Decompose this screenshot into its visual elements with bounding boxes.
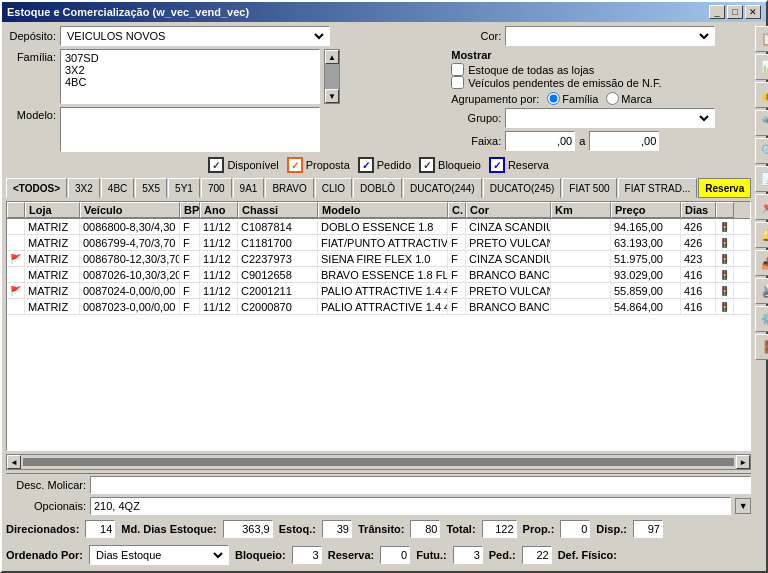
reserva-stat-label: Reserva:	[328, 549, 374, 561]
toolbar-btn-1[interactable]: 📋	[755, 26, 768, 52]
td-modelo-3: SIENA FIRE FLEX 1.0	[318, 251, 448, 266]
transito-input[interactable]	[410, 520, 440, 538]
familia-label: Família:	[6, 49, 56, 63]
th-cor: Cor	[466, 202, 551, 218]
grupo-select[interactable]	[508, 111, 712, 125]
hscroll-left-btn[interactable]: ◄	[7, 455, 21, 469]
prop-input[interactable]	[560, 520, 590, 538]
scroll-down-btn[interactable]: ▼	[325, 89, 339, 103]
faixa-from-input[interactable]	[505, 131, 575, 151]
ped-input[interactable]	[522, 546, 552, 564]
toolbar-btn-4[interactable]: 🔧	[755, 110, 768, 136]
ordenado-combo[interactable]: Dias Estoque	[89, 545, 229, 565]
td-icon2-6: 🚦	[716, 299, 734, 314]
pendentes-checkbox[interactable]	[451, 76, 464, 89]
table-row[interactable]: 🚩 MATRIZ 0087024-0,00/0,00 F 11/12 C2001…	[7, 283, 750, 299]
pedido-checkbox[interactable]: ✓	[358, 157, 374, 173]
estoque-lojas-checkbox[interactable]	[451, 63, 464, 76]
right-form: Cor: Mostrar Estoque de todas as lojas	[451, 26, 751, 152]
minimize-button[interactable]: _	[709, 5, 725, 19]
tab-700[interactable]: 700	[201, 178, 232, 198]
table-row[interactable]: MATRIZ 0087023-0,00/0,00 F 11/12 C200087…	[7, 299, 750, 315]
toolbar-btn-7[interactable]: 📌	[755, 194, 768, 220]
md-dias-input[interactable]	[223, 520, 273, 538]
tab-fiatstrad[interactable]: FIAT STRAD...	[618, 178, 698, 198]
modelo-input[interactable]	[60, 107, 320, 152]
td-bp-2: F	[180, 235, 200, 250]
vehicles-table: Loja Veículo BP Ano Chassi Modelo C. Cor…	[6, 201, 751, 451]
maximize-button[interactable]: □	[727, 5, 743, 19]
close-button[interactable]: ✕	[745, 5, 761, 19]
tab-4bc[interactable]: 4BC	[101, 178, 134, 198]
td-veiculo-3: 0086780-12,30/3,70	[80, 251, 180, 266]
cor-combo[interactable]	[505, 26, 715, 46]
ordenado-select[interactable]: Dias Estoque	[92, 548, 226, 562]
table-row[interactable]: 🚩 MATRIZ 0086780-12,30/3,70 F 11/12 C223…	[7, 251, 750, 267]
deposito-select[interactable]: VEICULOS NOVOS	[63, 29, 327, 43]
estoq-label: Estoq.:	[279, 523, 316, 535]
faixa-to-input[interactable]	[589, 131, 659, 151]
toolbar-btn-12[interactable]: 🚪	[755, 334, 768, 360]
opc-input[interactable]	[90, 497, 731, 515]
familia-listbox[interactable]: 307SD 3X2 4BC	[60, 49, 320, 104]
toolbar-btn-9[interactable]: 📤	[755, 250, 768, 276]
hscroll-right-btn[interactable]: ►	[736, 455, 750, 469]
th-icon2	[716, 202, 734, 218]
table-row[interactable]: MATRIZ 0086799-4,70/3,70 F 11/12 C118170…	[7, 235, 750, 251]
table-row[interactable]: MATRIZ 0087026-10,30/3,20 F 11/12 C90126…	[7, 267, 750, 283]
tab-reserva[interactable]: Reserva	[698, 178, 751, 198]
reserva-input[interactable]	[380, 546, 410, 564]
familia-scrollbar[interactable]: ▲ ▼	[324, 49, 340, 104]
toolbar-btn-5[interactable]: 🔍	[755, 138, 768, 164]
disponivel-checkbox[interactable]: ✓	[208, 157, 224, 173]
tab-ducato245[interactable]: DUCATO(245)	[483, 178, 562, 198]
total-input[interactable]	[482, 520, 517, 538]
hscroll-track[interactable]	[23, 458, 734, 466]
tab-doblo[interactable]: DOBLÒ	[353, 178, 402, 198]
toolbar-btn-3[interactable]: 💰	[755, 82, 768, 108]
toolbar-btn-10[interactable]: 🖨️	[755, 278, 768, 304]
disp-input[interactable]	[633, 520, 663, 538]
estoq-input[interactable]	[322, 520, 352, 538]
bloqueio-input[interactable]	[292, 546, 322, 564]
tab-clio[interactable]: CLIO	[315, 178, 352, 198]
tab-bravo[interactable]: BRAVO	[265, 178, 313, 198]
table-row[interactable]: MATRIZ 0086800-8,30/4,30 F 11/12 C108781…	[7, 219, 750, 235]
td-cor-2: PRETO VULCAN	[466, 235, 551, 250]
tab-todos[interactable]: <TODOS>	[6, 178, 67, 198]
reserva-checkbox[interactable]: ✓	[489, 157, 505, 173]
td-icon-1	[7, 219, 25, 234]
opc-scroll-btn[interactable]: ▼	[735, 498, 751, 514]
futu-input[interactable]	[453, 546, 483, 564]
toolbar-btn-11[interactable]: ⚙️	[755, 306, 768, 332]
proposta-checkbox[interactable]: ✓	[287, 157, 303, 173]
td-km-1	[551, 219, 611, 234]
familia-item-3x2[interactable]: 3X2	[63, 64, 317, 76]
familia-item-307sd[interactable]: 307SD	[63, 52, 317, 64]
desc-input[interactable]	[90, 476, 751, 494]
cor-select[interactable]	[508, 29, 712, 43]
tab-ducato244[interactable]: DUCATO(244)	[403, 178, 482, 198]
tab-5x5[interactable]: 5X5	[135, 178, 167, 198]
tab-9a1[interactable]: 9A1	[233, 178, 265, 198]
marca-radio[interactable]	[606, 92, 619, 105]
deposito-combo[interactable]: VEICULOS NOVOS	[60, 26, 330, 46]
bloqueio-checkbox[interactable]: ✓	[419, 157, 435, 173]
direcionados-input[interactable]	[85, 520, 115, 538]
toolbar-btn-2[interactable]: 📊	[755, 54, 768, 80]
tab-5y1[interactable]: 5Y1	[168, 178, 200, 198]
familia-item-4bc[interactable]: 4BC	[63, 76, 317, 88]
horizontal-scrollbar[interactable]: ◄ ►	[6, 454, 751, 470]
grupo-combo[interactable]	[505, 108, 715, 128]
scroll-up-btn[interactable]: ▲	[325, 50, 339, 64]
toolbar-btn-8[interactable]: 🔔	[755, 222, 768, 248]
tab-fiat500[interactable]: FIAT 500	[562, 178, 616, 198]
desc-label: Desc. Molicar:	[6, 479, 86, 491]
opcionais-row: Opcionais: ▼	[6, 497, 751, 515]
td-icon-6	[7, 299, 25, 314]
toolbar-btn-6[interactable]: 📝	[755, 166, 768, 192]
tab-3x2[interactable]: 3X2	[68, 178, 100, 198]
stats-row-2: Ordenado Por: Dias Estoque Bloqueio: Res…	[6, 543, 751, 567]
familia-radio[interactable]	[547, 92, 560, 105]
td-icon-3: 🚩	[7, 251, 25, 266]
